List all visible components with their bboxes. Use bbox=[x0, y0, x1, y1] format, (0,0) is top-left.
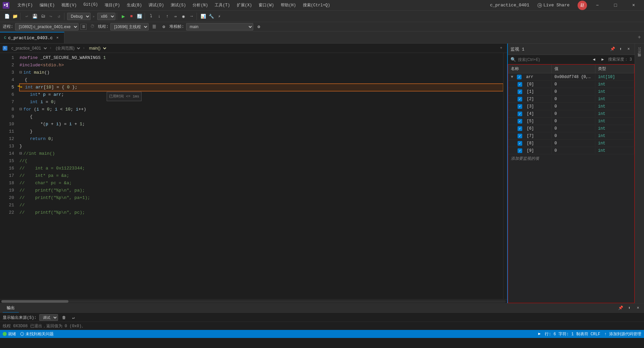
breadcrumb-add-icon[interactable]: + bbox=[498, 45, 504, 52]
redo-button[interactable]: ↪ bbox=[47, 13, 55, 20]
watch-row-3[interactable]: ✓ [3] 0 int bbox=[508, 103, 634, 110]
fold-icon-3[interactable]: ⊟ bbox=[19, 69, 22, 76]
watch-table[interactable]: 名称 值 类型 ▼ ✓ arr 0x00ddf748 {0, 0, 0, 0, … bbox=[508, 64, 635, 303]
menu-git[interactable]: Git(G) bbox=[81, 2, 101, 9]
fold-icon-14[interactable]: ⊟ bbox=[19, 150, 22, 157]
menu-help[interactable]: 帮助(H) bbox=[278, 2, 299, 9]
output-clear-icon[interactable]: 🗑 bbox=[61, 314, 67, 321]
thread-filter-icon[interactable]: ☰ bbox=[151, 23, 158, 30]
filter-icon[interactable]: ☰ bbox=[80, 24, 87, 30]
watch-name-5: ✓ [5] bbox=[508, 118, 552, 124]
watch-row-1[interactable]: ✓ [1] 0 int bbox=[508, 88, 634, 95]
step-out-button[interactable]: ↑ bbox=[164, 13, 171, 20]
properties-icon[interactable]: 属性 bbox=[636, 56, 643, 63]
restore-button[interactable]: □ bbox=[608, 0, 623, 11]
minimize-button[interactable]: − bbox=[590, 0, 605, 11]
menu-build[interactable]: 生成(B) bbox=[124, 2, 145, 9]
close-button[interactable]: × bbox=[626, 0, 641, 11]
status-right: ▶ 行: 6 字符: 1 制表符 CRLF ↑ 添加到源代码管理 bbox=[538, 331, 641, 337]
watch-row-7[interactable]: ✓ [7] 0 int bbox=[508, 132, 634, 140]
user-avatar[interactable]: 赵 bbox=[578, 1, 587, 10]
watch-row-5[interactable]: ✓ [5] 0 int bbox=[508, 118, 634, 125]
watch-row-8[interactable]: ✓ [8] 0 int bbox=[508, 140, 634, 147]
breakpoint-button[interactable]: ◉ bbox=[180, 13, 187, 20]
code-editor[interactable]: ➡ 1 2 3 4 5 6 7 8 9 10 11 12 13 14 15 16… bbox=[0, 53, 507, 299]
watch-pin-icon[interactable]: 📌 bbox=[609, 46, 616, 53]
watch-name-9: ✓ [9] bbox=[508, 148, 552, 154]
menu-extensions[interactable]: 扩展(X) bbox=[234, 2, 255, 9]
threads-button[interactable]: ⚡ bbox=[216, 13, 223, 20]
watch-search-input[interactable] bbox=[518, 57, 589, 62]
continue-button[interactable]: ▶ bbox=[120, 13, 127, 20]
menu-view[interactable]: 视图(V) bbox=[59, 2, 79, 9]
new-file-button[interactable]: 📄 bbox=[3, 13, 11, 20]
breadcrumb-scope-select[interactable]: (全局范围) bbox=[53, 45, 81, 52]
diag-button[interactable]: 🔧 bbox=[208, 13, 215, 20]
add-to-source[interactable]: ↑ 添加到源代码管理 bbox=[604, 331, 641, 337]
arch-select[interactable]: x86 bbox=[97, 13, 115, 20]
horizontal-scrollbar[interactable] bbox=[0, 299, 507, 303]
stop-button[interactable]: ■ bbox=[128, 13, 135, 20]
search-nav-back-icon[interactable]: ◀ bbox=[591, 56, 597, 63]
menu-file[interactable]: 文件(F) bbox=[15, 2, 36, 9]
live-share-button[interactable]: Live Share bbox=[535, 2, 572, 9]
menu-analyze[interactable]: 分析(N) bbox=[190, 2, 211, 9]
watch-expand-icon[interactable]: ⬆ bbox=[617, 46, 624, 53]
add-watch-row[interactable]: 添加要监视的项 bbox=[508, 154, 634, 163]
step-into-button[interactable]: ↓ bbox=[156, 13, 163, 20]
thread-settings-icon[interactable]: ⚙ bbox=[160, 23, 167, 30]
menu-debug[interactable]: 调试(D) bbox=[146, 2, 167, 9]
add-tab-button[interactable]: + bbox=[635, 32, 644, 43]
code-content[interactable]: #define _CRT_SECURE_NO_WARNINGS 1 #inclu… bbox=[17, 53, 503, 299]
run-toolbar-group: ▶ ■ 🔄 bbox=[118, 13, 145, 20]
open-folder-button[interactable]: 📁 bbox=[11, 13, 19, 20]
tab-close-icon[interactable]: × bbox=[55, 35, 60, 41]
git-icon[interactable]: Git bbox=[636, 46, 643, 54]
watch-row-2[interactable]: ✓ [2] 0 int bbox=[508, 95, 634, 103]
stack-select[interactable]: main bbox=[186, 23, 253, 30]
save-button[interactable]: 💾 bbox=[31, 13, 39, 20]
menu-edit[interactable]: 编辑(E) bbox=[37, 2, 58, 9]
watch-name-4: ✓ [4] bbox=[508, 111, 552, 117]
watch-close-icon[interactable]: × bbox=[625, 46, 632, 53]
lifecycle-button[interactable]: ⏱ bbox=[89, 23, 96, 30]
code-line-16: // int a = 0x11223344; bbox=[19, 165, 503, 172]
editor-scrollbar[interactable] bbox=[503, 53, 507, 299]
fold-icon-8[interactable]: ⊟ bbox=[19, 106, 22, 113]
restart-button[interactable]: 🔄 bbox=[136, 13, 143, 20]
output-pin-icon[interactable]: 📌 bbox=[617, 305, 624, 311]
issues-status[interactable]: ! 未找到相关问题 bbox=[20, 331, 54, 337]
watch-row-0[interactable]: ✓ [0] 0 int bbox=[508, 81, 634, 88]
search-nav-fwd-icon[interactable]: ▶ bbox=[599, 56, 606, 63]
output-close-icon[interactable]: × bbox=[635, 305, 641, 311]
menu-test[interactable]: 测试(S) bbox=[168, 2, 189, 9]
menu-window[interactable]: 窗口(W) bbox=[256, 2, 277, 9]
save-all-button[interactable]: 🗂 bbox=[39, 13, 47, 20]
menu-project[interactable]: 项目(P) bbox=[102, 2, 123, 9]
stack-settings-icon[interactable]: ⚙ bbox=[255, 23, 263, 30]
thread-select[interactable]: [10696] 主线程 bbox=[110, 23, 149, 30]
watch-row-9[interactable]: ✓ [9] 0 int bbox=[508, 147, 634, 154]
watch-row-4[interactable]: ✓ [4] 0 int bbox=[508, 110, 634, 118]
show-next-stmt-button[interactable]: → bbox=[188, 13, 195, 20]
breadcrumb-function-select[interactable]: main() bbox=[86, 45, 107, 52]
editor-tab-active[interactable]: C c_practice_0403.c × bbox=[0, 32, 64, 43]
output-expand-icon[interactable]: ⬆ bbox=[626, 305, 633, 311]
debug-config-select[interactable]: Debug bbox=[67, 13, 91, 20]
watch-row-6[interactable]: ✓ [6] 0 int bbox=[508, 125, 634, 132]
perf-button[interactable]: 📊 bbox=[200, 13, 207, 20]
menu-search[interactable]: 搜索(Ctrl+Q) bbox=[300, 2, 333, 9]
watch-row-arr[interactable]: ▼ ✓ arr 0x00ddf748 {0, 0, 0, 0, 0, 0, 0,… bbox=[508, 73, 634, 81]
step-over-button[interactable]: ⤵ bbox=[148, 13, 155, 20]
output-wrap-icon[interactable]: ↵ bbox=[70, 314, 77, 321]
process-select[interactable]: [10892] c_practice_0401.exe bbox=[15, 23, 78, 30]
watch-name-8: ✓ [8] bbox=[508, 140, 552, 146]
output-tab[interactable]: 输出 bbox=[3, 304, 19, 312]
undo-button[interactable]: ↩ bbox=[23, 13, 31, 20]
menu-tools[interactable]: 工具(T) bbox=[212, 2, 233, 9]
run-to-cursor-button[interactable]: ⇒ bbox=[172, 13, 179, 20]
scrollbar-thumb[interactable] bbox=[1, 300, 68, 303]
breadcrumb-file-select[interactable]: c_practice_0401 bbox=[9, 45, 48, 52]
output-source-select[interactable]: 调试 bbox=[39, 314, 58, 321]
undo2-button[interactable]: ↺ bbox=[55, 13, 63, 20]
